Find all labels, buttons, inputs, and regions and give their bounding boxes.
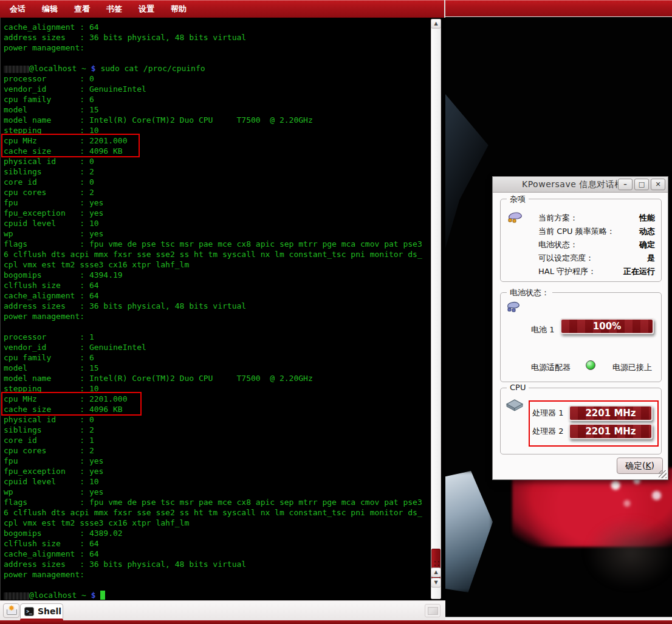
terminal-line: @localhost ~ $ sudo cat /proc/cpuinfo xyxy=(4,63,428,74)
battery-group-title: 电池状态： xyxy=(507,287,552,298)
terminal-line: address sizes : 36 bits physical, 48 bit… xyxy=(4,301,428,311)
menu-item[interactable]: 会话 xyxy=(10,4,26,15)
info-label: 电池状态： xyxy=(538,239,578,250)
terminal-line: cache_alignment : 64 xyxy=(4,290,428,301)
background-window-titlebar xyxy=(445,0,672,17)
battery-label: 电池 1 xyxy=(531,324,554,335)
tab-shell[interactable]: >_ Shell xyxy=(20,603,63,619)
battery-group: 电池状态： 电池 1 100% 电源适配器 电源已接上 xyxy=(500,292,662,382)
terminal-line: cache_alignment : 64 xyxy=(4,549,428,559)
maximize-button[interactable]: □ xyxy=(634,179,649,190)
terminal-line: physical id : 0 xyxy=(4,414,428,425)
info-label: HAL 守护程序： xyxy=(538,266,596,277)
session-list-button[interactable] xyxy=(425,604,441,617)
cpu-frequency-gauge: 2201 MHz xyxy=(569,423,653,439)
terminal-line: fpu : yes xyxy=(4,197,428,208)
info-label: 当前 CPU 频率策略： xyxy=(538,226,615,237)
cpu-rows: 处理器 12201 MHz处理器 22201 MHz xyxy=(532,404,653,441)
cpu-group-title: CPU xyxy=(507,383,529,392)
terminal-line: fpu_exception : yes xyxy=(4,466,428,476)
menu-item[interactable]: 查看 xyxy=(74,4,90,15)
terminal-line: cpu cores : 2 xyxy=(4,187,428,197)
terminal-line: core id : 1 xyxy=(4,435,428,445)
menu-item[interactable]: 帮助 xyxy=(171,4,187,15)
window-buttons: – □ ✕ xyxy=(618,179,665,190)
prompt-symbol: $ xyxy=(86,64,100,73)
menu-bar: 会话编辑查看书签设置帮助 xyxy=(0,0,444,18)
terminal-cursor xyxy=(100,591,105,600)
info-row: 当前方案：性能 xyxy=(538,211,655,225)
terminal-line: model name : Intel(R) Core(TM)2 Duo CPU … xyxy=(4,115,428,125)
misc-rows: 当前方案：性能当前 CPU 频率策略：动态电池状态：确定可以设定亮度：是HAL … xyxy=(538,211,655,278)
terminal-line: siblings : 2 xyxy=(4,425,428,435)
terminal-line: 6 clflush dts acpi mmx fxsr sse sse2 ss … xyxy=(4,249,428,259)
scroll-down-icon[interactable]: ▼ xyxy=(431,578,441,588)
terminal-line: stepping : 10 xyxy=(4,383,428,394)
terminal-line: vendor_id : GenuineIntel xyxy=(4,342,428,352)
bottom-edge xyxy=(0,620,672,624)
terminal-line: @localhost ~ $ xyxy=(4,590,428,600)
terminal-line: power management: xyxy=(4,311,428,321)
terminal-line: wp : yes xyxy=(4,487,428,497)
terminal-line: stepping : 10 xyxy=(4,125,428,135)
menu-item[interactable]: 设置 xyxy=(139,4,154,15)
terminal-line xyxy=(4,321,428,332)
misc-group-title: 杂项 xyxy=(507,194,529,205)
close-button[interactable]: ✕ xyxy=(651,179,665,190)
ok-button[interactable]: 确定(K) xyxy=(617,458,663,474)
terminal-line: model : 15 xyxy=(4,363,428,373)
screen: 会话编辑查看书签设置帮助 cache_alignment : 64address… xyxy=(0,0,672,624)
video-shape-blue-fabric xyxy=(445,471,493,592)
terminal-line: cpuid level : 10 xyxy=(4,218,428,228)
terminal-line: fpu : yes xyxy=(4,456,428,466)
terminal-window: 会话编辑查看书签设置帮助 cache_alignment : 64address… xyxy=(0,0,445,624)
terminal-line: power management: xyxy=(4,43,428,53)
scrollbar-track[interactable] xyxy=(431,19,441,599)
power-led-icon xyxy=(586,360,595,370)
terminal-output: cache_alignment : 64address sizes : 36 b… xyxy=(1,18,428,600)
terminal-line xyxy=(4,580,428,590)
scroll-up-icon[interactable]: ▲ xyxy=(431,567,441,577)
terminal-line: power management: xyxy=(4,569,428,580)
terminal-line: core id : 0 xyxy=(4,177,428,187)
info-row: 电池状态：确定 xyxy=(538,238,655,252)
terminal-line: bogomips : 4394.19 xyxy=(4,270,428,280)
terminal-line: wp : yes xyxy=(4,228,428,239)
terminal-line: address sizes : 36 bits physical, 48 bit… xyxy=(4,32,428,43)
scroll-up-icon[interactable]: ▲ xyxy=(431,19,441,29)
cpu-label: 处理器 1 xyxy=(532,408,569,419)
video-shape-slate xyxy=(445,87,497,269)
terminal-line: vendor_id : GenuineIntel xyxy=(4,84,428,94)
tab-label: Shell xyxy=(38,606,61,616)
terminal-line: cpu cores : 2 xyxy=(4,445,428,456)
cpu-row: 处理器 22201 MHz xyxy=(532,422,653,441)
new-session-button[interactable]: ✸ xyxy=(3,603,19,618)
terminal-line: cpu family : 6 xyxy=(4,94,428,105)
terminal-line: cpu MHz : 2201.000 xyxy=(4,135,428,146)
new-session-icon: ✸ xyxy=(9,604,15,612)
resize-grip[interactable] xyxy=(659,470,667,478)
info-value: 动态 xyxy=(639,226,655,237)
terminal-line: cache size : 4096 KB xyxy=(4,404,428,414)
terminal-line: address sizes : 36 bits physical, 48 bit… xyxy=(4,559,428,569)
redacted-username xyxy=(4,66,29,73)
menu-item[interactable]: 书签 xyxy=(106,4,122,15)
info-value: 是 xyxy=(647,253,655,264)
shell-tab-icon: >_ xyxy=(24,607,34,616)
terminal-scrollbar[interactable]: ▲ ▲ ▼ xyxy=(431,19,441,599)
terminal-body[interactable]: cache_alignment : 64address sizes : 36 b… xyxy=(0,18,445,600)
terminal-line: physical id : 0 xyxy=(4,156,428,166)
prompt-symbol: $ xyxy=(86,591,100,600)
terminal-line: fpu_exception : yes xyxy=(4,208,428,218)
plug-icon xyxy=(506,210,524,225)
kpowersave-dialog: KPowersave 信息对话框 – □ ✕ 杂项 当前方案：性能当前 CPU … xyxy=(492,176,668,480)
menu-item[interactable]: 编辑 xyxy=(42,4,58,15)
terminal-line: clflush size : 64 xyxy=(4,538,428,549)
session-list-icon xyxy=(428,607,438,615)
video-shape-dark xyxy=(585,516,672,589)
terminal-line: cpu MHz : 2201.000 xyxy=(4,394,428,404)
minimize-button[interactable]: – xyxy=(618,179,633,190)
terminal-line: flags : fpu vme de pse tsc msr pae mce c… xyxy=(4,239,428,249)
terminal-line: bogomips : 4389.02 xyxy=(4,528,428,538)
terminal-line: flags : fpu vme de pse tsc msr pae mce c… xyxy=(4,497,428,507)
